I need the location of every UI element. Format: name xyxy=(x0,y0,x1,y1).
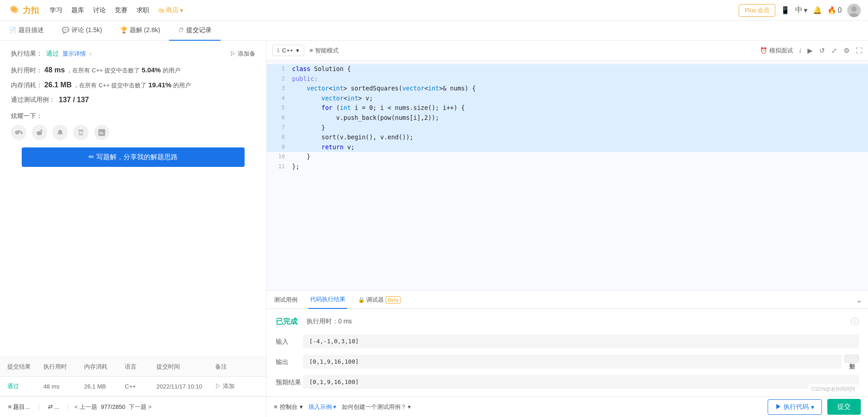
fill-example-button[interactable]: 填入示例 ▾ xyxy=(308,403,336,411)
notification-button[interactable]: 🔔 xyxy=(813,6,822,14)
submission-time: 48 ms xyxy=(43,383,84,390)
nav-contest[interactable]: 竞赛 xyxy=(115,6,127,14)
phone-icon-button[interactable]: 📱 xyxy=(781,6,790,14)
share-row: 炫耀一下： in xyxy=(11,112,255,140)
problem-list-button[interactable]: ≡ 题目... xyxy=(5,401,33,413)
nav-jobs[interactable]: 求职 xyxy=(137,6,149,14)
language-selector[interactable]: ℹ C++ ▾ xyxy=(272,45,304,56)
how-to-button[interactable]: 如何创建一个测试用例？ ▾ xyxy=(342,403,411,411)
svg-point-3 xyxy=(40,129,42,132)
editor-toolbar: ℹ C++ ▾ 智能模式 ⏰ 模拟面试 𝑖 ▶ ↺ ⤢ ⚙ ⛶ xyxy=(267,41,868,61)
add-note-icon: ▷ xyxy=(215,383,221,389)
fullscreen-button[interactable]: ⛶ xyxy=(856,47,863,54)
random-button[interactable]: ⇄ ... xyxy=(45,402,62,412)
nav-discuss[interactable]: 讨论 xyxy=(93,6,106,14)
prev-button[interactable]: < 上一题 xyxy=(75,403,97,411)
tab-comments-label: 评论 (1.5k) xyxy=(71,26,102,34)
input-row: 输入 [-4,-1,0,3,10] xyxy=(276,334,859,348)
run-code-button[interactable]: ▶ 执行代码 ▾ xyxy=(768,399,822,415)
write-solution-button[interactable]: ✏ 写题解，分享我的解题思路 xyxy=(22,147,245,167)
diff-button[interactable]: 差别 xyxy=(844,355,859,363)
output-status: 已完成 执行用时：0 ms ⓘ xyxy=(276,316,859,327)
douban-share-icon[interactable] xyxy=(73,125,89,140)
tab-submissions[interactable]: ⏱ 提交记录 xyxy=(169,21,221,41)
console-button[interactable]: ≡ 控制台 ▾ xyxy=(274,403,303,411)
code-line-9: 9 return v; xyxy=(267,142,868,152)
submit-button[interactable]: 提交 xyxy=(827,399,861,415)
expected-label: 预期结果 xyxy=(276,375,303,387)
avatar[interactable] xyxy=(847,4,861,17)
info-circle-icon[interactable]: ⓘ xyxy=(851,316,859,327)
svg-rect-7 xyxy=(79,135,84,136)
detail-link[interactable]: 显示详情 xyxy=(62,50,86,58)
col-header-date: 提交时间 xyxy=(156,363,215,371)
smart-mode-toggle[interactable]: 智能模式 xyxy=(310,47,339,55)
exec-time-label: 执行用时：0 ms xyxy=(307,317,352,326)
code-line-3: 3 vector<int> sortedSquares(vector<int>&… xyxy=(267,84,868,94)
top-nav: 力扣 学习 题库 讨论 竞赛 求职 🛍 商店 ▾ Plus 会员 📱 中 ▾ 🔔… xyxy=(0,0,868,21)
submission-memory: 26.1 MB xyxy=(84,383,125,390)
nav-problems[interactable]: 题库 xyxy=(71,6,84,14)
runtime-row: 执行用时： 48 ms ，在所有 C++ 提交中击败了 5.04% 的用户 xyxy=(11,66,255,75)
nav-links: 学习 题库 讨论 竞赛 求职 🛍 商店 ▾ xyxy=(50,6,183,14)
chevron-down-icon: ▾ xyxy=(300,403,303,410)
bottom-code-panel: 测试用例 代码执行结果 🔒 调试器 Beta ⌄ 已完成 执行用时：0 ms ⓘ xyxy=(267,290,868,417)
qq-share-icon[interactable] xyxy=(52,125,68,140)
expand-button[interactable]: ⤢ xyxy=(831,47,837,55)
pass-badge: 通过 xyxy=(46,50,59,58)
watermark: CSDN@老孙阿阿阿 xyxy=(808,384,859,394)
separator: | xyxy=(38,403,40,411)
runtime-desc: ，在所有 C++ 提交中击败了 xyxy=(66,66,140,75)
submission-result[interactable]: 通过 xyxy=(7,382,43,390)
wechat-share-icon[interactable] xyxy=(11,125,26,140)
collapse-panel-button[interactable]: ⌄ xyxy=(856,295,863,305)
tab-debugger[interactable]: 🔒 调试器 Beta xyxy=(356,291,402,309)
chevron-down-icon: ⌄ xyxy=(856,295,863,305)
info-button[interactable]: 𝑖 xyxy=(799,47,801,55)
tab-solutions[interactable]: 🏆 题解 (2.8k) xyxy=(111,21,170,41)
memory-unit: 的用户 xyxy=(173,81,191,90)
output-row: 输出 [0,1,9,16,100] 差别 xyxy=(276,355,859,369)
tab-code-result[interactable]: 代码执行结果 xyxy=(308,291,347,309)
share-icons: in xyxy=(11,125,255,140)
col-header-time: 执行用时 xyxy=(43,363,84,371)
runtime-value: 48 ms xyxy=(44,66,65,74)
fire-button[interactable]: 🔥 0 xyxy=(827,6,842,14)
svg-point-2 xyxy=(37,131,42,135)
console-icon: ≡ xyxy=(274,403,278,410)
tab-description[interactable]: 📄 题目描述 xyxy=(0,21,53,41)
tab-comments[interactable]: 💬 评论 (1.5k) xyxy=(53,21,111,41)
line-number: 11 xyxy=(270,162,285,171)
nav-store[interactable]: 🛍 商店 ▾ xyxy=(158,6,183,14)
bottom-bar-right: ≡ 控制台 ▾ 填入示例 ▾ 如何创建一个测试用例？ ▾ ▶ 执行代码 ▾ 提交 xyxy=(267,396,868,417)
nav-learn[interactable]: 学习 xyxy=(50,6,62,14)
settings-button[interactable]: ⚙ xyxy=(844,47,849,55)
linkedin-share-icon[interactable]: in xyxy=(94,125,109,140)
testcase-label: 通过测试用例： xyxy=(11,96,55,104)
tabs-bar: 📄 题目描述 💬 评论 (1.5k) 🏆 题解 (2.8k) ⏱ 提交记录 xyxy=(0,21,868,41)
bottom-tabs: 测试用例 代码执行结果 🔒 调试器 Beta ⌄ xyxy=(267,291,868,309)
line-number: 3 xyxy=(270,84,285,93)
input-value-box: [-4,-1,0,3,10] xyxy=(303,334,859,348)
run-icon-button[interactable]: ▶ xyxy=(807,47,813,55)
submission-note[interactable]: ▷ 添加 xyxy=(215,382,259,390)
expected-row: 预期结果 [0,1,9,16,100] xyxy=(276,375,859,389)
weibo-share-icon[interactable] xyxy=(32,125,47,140)
chevron-right-icon: › xyxy=(90,51,91,57)
line-number: 6 xyxy=(270,113,285,122)
code-line-6: 6 v.push_back(pow(nums[i],2)); xyxy=(267,113,868,123)
add-note-button[interactable]: ▷ 添加备 xyxy=(230,50,255,58)
bottom-bar-left: ≡ 题目... | ⇄ ... | < 上一题 977/2850 下一题 > xyxy=(0,396,266,417)
next-button[interactable]: 下一题 > xyxy=(129,403,151,411)
mock-interview-button[interactable]: ⏰ 模拟面试 xyxy=(760,47,793,55)
submission-list: 提交结果 执行用时 内存消耗 语言 提交时间 备注 通过 48 ms 26.1 … xyxy=(0,357,266,396)
reset-button[interactable]: ↺ xyxy=(819,47,825,55)
line-number: 2 xyxy=(270,74,285,83)
lang-toggle-button[interactable]: 中 ▾ xyxy=(795,5,807,15)
svg-point-0 xyxy=(851,6,857,12)
tab-testcase[interactable]: 测试用例 xyxy=(272,291,299,309)
line-number: 5 xyxy=(270,103,285,112)
logo[interactable]: 力扣 xyxy=(7,4,39,17)
plus-member-button[interactable]: Plus 会员 xyxy=(739,4,775,17)
code-editor[interactable]: 1 class Solution { 2 public: 3 vector<in… xyxy=(267,61,868,290)
